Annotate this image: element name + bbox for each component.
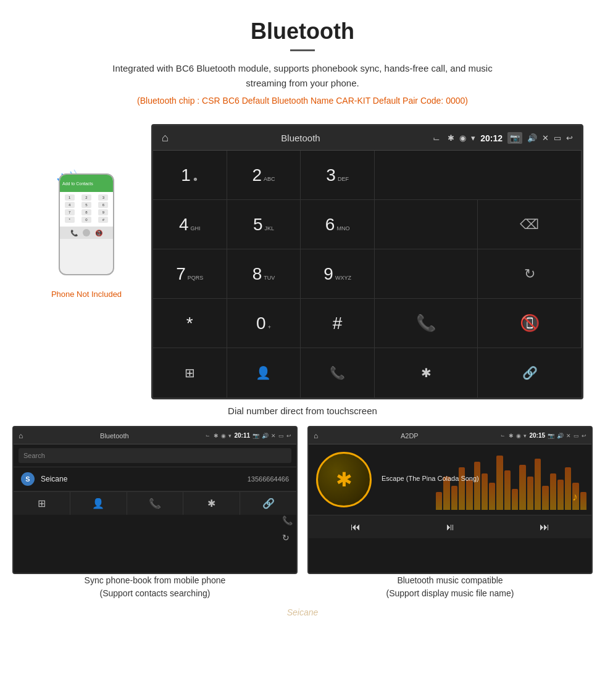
dial-key-2[interactable]: 2ABC	[227, 151, 301, 200]
dial-key-5[interactable]: 5JKL	[227, 200, 301, 249]
title-divider	[290, 49, 315, 51]
screen-icon[interactable]: ▭	[554, 133, 561, 143]
close-icon[interactable]: ✕	[542, 133, 549, 143]
dial-key-9[interactable]: 9WXYZ	[301, 249, 375, 299]
phone-key-1[interactable]: 1	[65, 194, 75, 201]
contacts-nav-person[interactable]: 👤	[70, 492, 127, 515]
nav-contacts[interactable]: 👤	[227, 348, 301, 398]
dialpad-refresh[interactable]: ↻	[478, 249, 582, 299]
phone-key-2[interactable]: 2	[81, 194, 91, 201]
music-topbar: ⌂ A2DP ⌙ ✱ ◉ ▾ 20:15 📷 🔊 ✕ ▭ ↩	[309, 427, 591, 444]
dial-key-8[interactable]: 8TUV	[227, 249, 301, 299]
phone-key-9[interactable]: 9	[98, 209, 108, 215]
bottom-screens: ⌂ Bluetooth ⌙ ✱ ◉ ▾ 20:11 📷 🔊 ✕ ▭ ↩	[0, 426, 605, 600]
phone-key-8[interactable]: 8	[81, 209, 91, 215]
contact-name: Seicane	[41, 475, 248, 483]
contacts-bottom-nav: ⊞ 👤 📞 ✱ 🔗	[14, 491, 296, 515]
contacts-home-icon[interactable]: ⌂	[19, 431, 23, 440]
bottom-right-caption-line2: (Support display music file name)	[386, 588, 514, 598]
home-icon[interactable]: ⌂	[162, 131, 169, 144]
dial-key-4[interactable]: 4GHI	[153, 200, 227, 249]
phone-home-button[interactable]	[83, 229, 90, 236]
volume-icon[interactable]: 🔊	[527, 133, 537, 143]
contacts-sig-icon: ▾	[228, 433, 232, 439]
keypad-row-2: 4 5 6	[61, 202, 112, 208]
nav-link[interactable]: 🔗	[478, 348, 582, 398]
refresh-icon: ↻	[524, 266, 535, 282]
dial-hangup-button[interactable]: 📵	[478, 299, 582, 348]
contacts-nav-bt[interactable]: ✱	[183, 492, 240, 515]
phone-key-hash[interactable]: #	[98, 217, 108, 223]
phone-key-7[interactable]: 7	[65, 209, 75, 215]
dialpad-display-right-mid1	[375, 200, 478, 249]
bottom-right-wrap: ⌂ A2DP ⌙ ✱ ◉ ▾ 20:15 📷 🔊 ✕ ▭ ↩	[307, 426, 593, 600]
dial-key-3[interactable]: 3DEF	[301, 151, 375, 200]
phone-bottom-bar: 📞 📵	[60, 227, 113, 239]
contacts-nav-calls[interactable]: 📞	[127, 492, 184, 515]
nav-bluetooth-nav[interactable]: ✱	[375, 348, 478, 398]
bluetooth-nav-icon: ✱	[421, 365, 432, 380]
contacts-screen: ⌂ Bluetooth ⌙ ✱ ◉ ▾ 20:11 📷 🔊 ✕ ▭ ↩	[12, 426, 298, 574]
phone-keypad: 1 2 3 4 5 6 7 8 9 *	[60, 192, 113, 227]
phone-key-5[interactable]: 5	[81, 202, 91, 208]
phone-key-6[interactable]: 6	[98, 202, 108, 208]
contacts-screen-inner: S Seicane 13566664466 🔍 📞 ↻	[14, 467, 296, 491]
music-album-area: ✱ ♪ Escape (The Pina Colada Song)	[309, 444, 591, 515]
nav-calls[interactable]: 📞	[301, 348, 375, 398]
contact-item-seicane[interactable]: S Seicane 13566664466	[14, 467, 296, 491]
phone-key-4[interactable]: 4	[65, 202, 75, 208]
music-screen: ⌂ A2DP ⌙ ✱ ◉ ▾ 20:15 📷 🔊 ✕ ▭ ↩	[307, 426, 593, 574]
music-cam-icon: 📷	[548, 433, 554, 439]
dial-key-1[interactable]: 1☻	[153, 151, 227, 200]
next-track-button[interactable]: ⏭	[540, 522, 549, 533]
nav-dialpad[interactable]: ⊞	[153, 348, 227, 398]
phone-key-3[interactable]: 3	[98, 194, 108, 201]
dial-call-button[interactable]: 📞	[375, 299, 478, 348]
phone-end-icon: 📵	[95, 230, 102, 236]
specs-line: (Bluetooth chip : CSR BC6 Default Blueto…	[12, 96, 593, 106]
contacts-status-icons: ✱ ◉ ▾ 20:11 📷 🔊 ✕ ▭ ↩	[214, 432, 291, 439]
album-art: ✱ ♪	[316, 452, 372, 507]
music-usb-icon: ⌙	[501, 433, 505, 438]
dial-key-star[interactable]: *	[153, 299, 227, 348]
dial-key-6[interactable]: 6MNO	[301, 200, 375, 249]
prev-track-button[interactable]: ⏮	[351, 522, 361, 533]
phone-key-0[interactable]: 0	[81, 217, 91, 223]
location-icon: ◉	[459, 133, 466, 143]
phone-screen-label: Add to Contacts	[62, 181, 93, 186]
camera-icon[interactable]: 📷	[507, 132, 522, 144]
contacts-topbar: ⌂ Bluetooth ⌙ ✱ ◉ ▾ 20:11 📷 🔊 ✕ ▭ ↩	[14, 427, 296, 444]
phone-call-icon: 📞	[70, 230, 78, 236]
refresh-sidebar-icon[interactable]: ↻	[282, 533, 293, 543]
music-topbar-time: 20:15	[529, 432, 545, 439]
dial-key-0[interactable]: 0+	[227, 299, 301, 348]
call-sidebar-icon[interactable]: 📞	[282, 515, 293, 525]
music-back-icon: ↩	[582, 433, 586, 439]
grid-icon: ⊞	[185, 365, 195, 380]
contacts-search-area: Search	[14, 444, 296, 467]
music-home-icon[interactable]: ⌂	[314, 431, 318, 440]
contacts-nav-grid[interactable]: ⊞	[14, 492, 70, 515]
contacts-topbar-title: Bluetooth	[27, 432, 202, 440]
seicane-watermark: Seicane	[0, 607, 605, 622]
bottom-left-wrap: ⌂ Bluetooth ⌙ ✱ ◉ ▾ 20:11 📷 🔊 ✕ ▭ ↩	[12, 426, 298, 600]
contacts-back-icon: ↩	[286, 433, 291, 439]
contacts-usb-icon: ⌙	[206, 433, 210, 438]
bottom-left-caption-line2: (Support contacts searching)	[100, 588, 211, 598]
search-placeholder: Search	[23, 452, 45, 459]
phone-screen-header: Add to Contacts	[60, 175, 113, 192]
contacts-topbar-time: 20:11	[234, 432, 250, 439]
signal-icon: ▾	[471, 133, 475, 143]
contacts-bt-icon: ✱	[214, 433, 219, 439]
album-note-symbol: ♪	[572, 491, 578, 504]
topbar-time: 20:12	[480, 133, 503, 143]
contacts-close-icon: ✕	[271, 433, 276, 439]
back-icon[interactable]: ↩	[566, 133, 573, 143]
contacts-nav-link[interactable]: 🔗	[240, 492, 296, 515]
play-pause-button[interactable]: ⏯	[445, 522, 455, 533]
dial-key-hash[interactable]: #	[301, 299, 375, 348]
dialpad-backspace[interactable]: ⌫	[478, 200, 582, 249]
phone-key-star[interactable]: *	[65, 217, 75, 223]
dial-key-7[interactable]: 7PQRS	[153, 249, 227, 299]
page-title: Bluetooth	[12, 19, 593, 44]
